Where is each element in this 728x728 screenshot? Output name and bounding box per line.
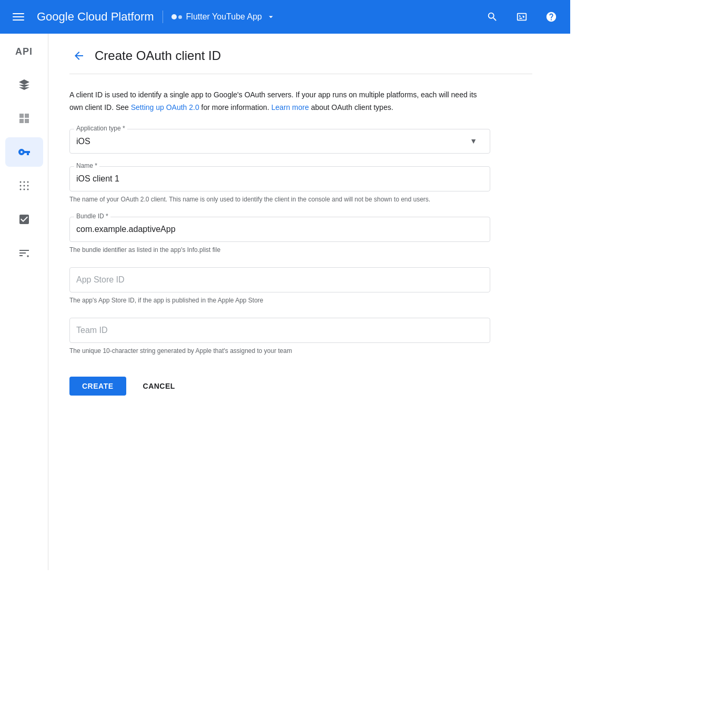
svg-point-6 [27, 181, 28, 183]
sidebar-item-overview[interactable] [5, 70, 43, 99]
app-store-id-group: The app's App Store ID, if the app is pu… [69, 267, 490, 305]
svg-point-7 [27, 185, 28, 187]
main-layout: API Create OAuth client ID [0, 34, 570, 570]
application-type-label: Application type [74, 125, 127, 132]
help-button[interactable] [541, 6, 562, 27]
svg-point-2 [19, 189, 21, 190]
sidebar-item-consent[interactable] [5, 205, 43, 234]
svg-point-3 [23, 181, 25, 183]
project-icon [171, 14, 182, 19]
name-label: Name [74, 162, 99, 169]
dropdown-chevron-icon [266, 12, 276, 22]
sidebar-item-credentials[interactable] [5, 137, 43, 167]
page-header: Create OAuth client ID [69, 46, 532, 74]
svg-point-5 [23, 189, 25, 190]
svg-point-8 [27, 189, 28, 190]
name-field: Name [69, 166, 490, 191]
form-description: A client ID is used to identify a single… [69, 89, 480, 114]
learn-more-link[interactable]: Learn more [271, 103, 309, 112]
app-store-id-input[interactable] [76, 272, 483, 288]
app-store-id-field [69, 267, 490, 292]
bundle-id-input[interactable] [76, 221, 483, 237]
application-type-group: Application type iOS Android Web applica… [69, 129, 490, 154]
header-divider [163, 11, 163, 23]
sidebar: API [0, 34, 48, 570]
name-input[interactable] [76, 171, 483, 187]
svg-point-1 [19, 185, 21, 187]
bundle-id-hint: The bundle identifier as listed in the a… [69, 245, 490, 255]
team-id-field [69, 318, 490, 343]
application-type-select[interactable]: iOS Android Web application Desktop app … [76, 134, 483, 149]
team-id-group: The unique 10-character string generated… [69, 318, 490, 356]
svg-point-9 [27, 256, 28, 257]
application-type-select-wrapper: iOS Android Web application Desktop app … [76, 134, 483, 149]
top-header: Google Cloud Platform Flutter YouTube Ap… [0, 0, 570, 34]
search-button[interactable] [482, 6, 503, 27]
bundle-id-field: Bundle ID [69, 217, 490, 242]
hamburger-menu-button[interactable] [8, 9, 28, 25]
team-id-input[interactable] [76, 322, 483, 338]
description-text-3: about OAuth client types. [309, 103, 393, 112]
svg-point-4 [23, 185, 25, 187]
bundle-id-group: Bundle ID The bundle identifier as liste… [69, 217, 490, 255]
content-area: Create OAuth client ID A client ID is us… [48, 34, 553, 570]
project-selector[interactable]: Flutter YouTube App [171, 12, 276, 22]
team-id-hint: The unique 10-character string generated… [69, 346, 490, 356]
create-button[interactable]: CREATE [69, 377, 126, 396]
sidebar-item-dashboard[interactable] [5, 104, 43, 133]
name-hint: The name of your OAuth 2.0 client. This … [69, 195, 490, 204]
cancel-button[interactable]: CANCEL [130, 377, 188, 396]
bundle-id-label: Bundle ID [74, 213, 110, 220]
application-type-field: Application type iOS Android Web applica… [69, 129, 490, 154]
project-name: Flutter YouTube App [186, 12, 262, 22]
app-store-id-hint: The app's App Store ID, if the app is pu… [69, 296, 490, 305]
name-group: Name The name of your OAuth 2.0 client. … [69, 166, 490, 204]
sidebar-item-testing[interactable] [5, 171, 43, 200]
svg-point-0 [19, 181, 21, 183]
back-button[interactable] [69, 46, 88, 65]
console-button[interactable] [511, 6, 532, 27]
api-badge: API [11, 42, 37, 62]
page-title: Create OAuth client ID [95, 48, 221, 63]
sidebar-item-settings[interactable] [5, 238, 43, 268]
description-text-2: for more information. [199, 103, 271, 112]
header-logo-text: Google Cloud Platform [37, 10, 154, 24]
oauth-setup-link[interactable]: Setting up OAuth 2.0 [131, 103, 199, 112]
form-actions: CREATE CANCEL [69, 377, 532, 396]
